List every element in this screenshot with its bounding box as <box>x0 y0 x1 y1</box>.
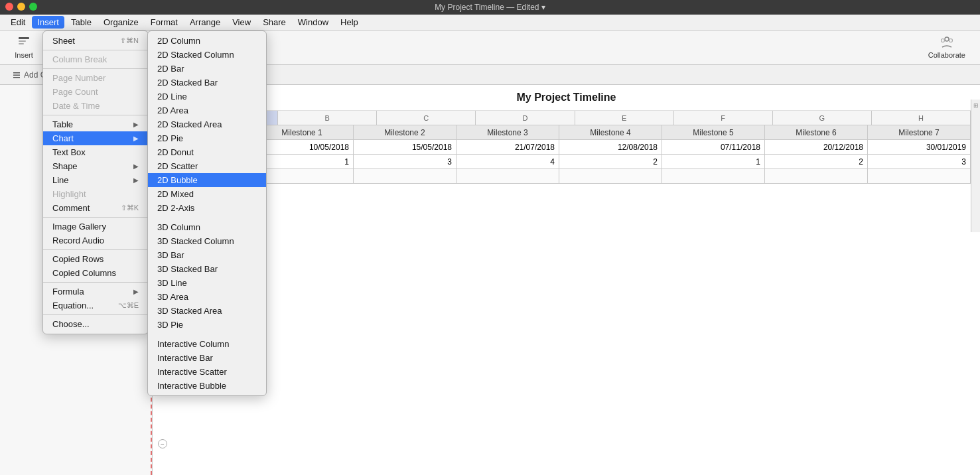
menu-edit[interactable]: Edit <box>5 16 31 29</box>
chart-item-3d-bar[interactable]: 3D Bar <box>148 248 266 262</box>
col-header-e[interactable]: E <box>575 111 674 125</box>
chart-item-2d-stacked-area[interactable]: 2D Stacked Area <box>148 117 266 131</box>
zoom-button[interactable] <box>29 3 37 11</box>
col-header-f[interactable]: F <box>674 111 773 125</box>
menu-table[interactable]: Table <box>66 16 97 29</box>
cell-4-3[interactable] <box>456 169 559 183</box>
menu-view[interactable]: View <box>227 16 256 29</box>
cell-2-3[interactable]: 21/07/2018 <box>456 140 559 154</box>
chart-item-3d-line[interactable]: 3D Line <box>148 276 266 290</box>
menu-insert[interactable]: Insert <box>32 16 64 29</box>
chart-item-2d-2axis[interactable]: 2D 2-Axis <box>148 201 266 215</box>
cell-3-4[interactable]: 2 <box>559 155 662 169</box>
menu-item-equation[interactable]: Equation... ⌥⌘E <box>43 299 148 312</box>
col-header-h[interactable]: H <box>872 111 971 125</box>
chart-item-interactive-bubble[interactable]: Interactive Bubble <box>148 379 266 393</box>
cell-2-4[interactable]: 12/08/2018 <box>559 140 662 154</box>
chart-item-interactive-bar[interactable]: Interactive Bar <box>148 351 266 365</box>
menu-item-record-audio[interactable]: Record Audio <box>43 234 148 247</box>
cell-4-7[interactable] <box>868 169 971 183</box>
row-expand-button[interactable]: − <box>158 439 167 449</box>
menu-arrange[interactable]: Arrange <box>184 16 226 29</box>
menu-item-copied-columns[interactable]: Copied Columns <box>43 266 148 280</box>
chart-item-2d-area[interactable]: 2D Area <box>148 103 266 117</box>
chart-item-2d-scatter[interactable]: 2D Scatter <box>148 159 266 173</box>
cell-1-3[interactable]: Milestone 3 <box>456 125 559 139</box>
cell-2-6[interactable]: 20/12/2018 <box>765 140 868 154</box>
svg-rect-20 <box>13 72 20 74</box>
menu-help[interactable]: Help <box>335 16 364 29</box>
minimize-button[interactable] <box>17 3 25 11</box>
menu-item-table[interactable]: Table ▶ <box>43 117 148 131</box>
cell-1-2[interactable]: Milestone 2 <box>354 125 456 139</box>
menu-format[interactable]: Format <box>145 16 183 29</box>
cell-1-5[interactable]: Milestone 5 <box>662 125 765 139</box>
menu-item-formula[interactable]: Formula ▶ <box>43 285 148 299</box>
cell-1-6[interactable]: Milestone 6 <box>765 125 868 139</box>
insert-button[interactable]: Insert <box>8 33 40 62</box>
chart-item-3d-stacked-area[interactable]: 3D Stacked Area <box>148 304 266 318</box>
cell-2-2[interactable]: 15/05/2018 <box>354 140 456 154</box>
minus-icon[interactable]: − <box>158 439 167 448</box>
chart-item-3d-area[interactable]: 3D Area <box>148 290 266 304</box>
chart-item-2d-donut[interactable]: 2D Donut <box>148 145 266 159</box>
cell-3-6[interactable]: 2 <box>765 155 868 169</box>
cell-4-2[interactable] <box>354 169 456 183</box>
menu-item-chart[interactable]: Chart ▶ <box>43 131 148 145</box>
menu-item-shape[interactable]: Shape ▶ <box>43 159 148 173</box>
chart-item-2d-line[interactable]: 2D Line <box>148 90 266 103</box>
menu-item-page-count: Page Count <box>43 85 148 99</box>
cell-2-5[interactable]: 07/11/2018 <box>662 140 765 154</box>
col-header-b[interactable]: B <box>278 111 377 125</box>
chart-item-3d-stacked-column[interactable]: 3D Stacked Column <box>148 234 266 248</box>
cell-4-4[interactable] <box>559 169 662 183</box>
menu-item-copied-rows[interactable]: Copied Rows <box>43 252 148 266</box>
menu-divider-3 <box>43 115 148 115</box>
cell-1-7[interactable]: Milestone 7 <box>868 125 971 139</box>
table-row: 3 Position 1 3 4 2 1 2 3 <box>153 155 980 169</box>
line-arrow: ▶ <box>133 176 139 184</box>
cell-4-5[interactable] <box>662 169 765 183</box>
cell-2-7[interactable]: 30/01/2019 <box>868 140 971 154</box>
menu-organize[interactable]: Organize <box>98 16 144 29</box>
menu-item-image-gallery[interactable]: Image Gallery <box>43 220 148 234</box>
chart-item-interactive-scatter[interactable]: Interactive Scatter <box>148 365 266 379</box>
cell-3-2[interactable]: 3 <box>354 155 456 169</box>
chart-item-2d-bar[interactable]: 2D Bar <box>148 62 266 76</box>
menu-share[interactable]: Share <box>257 16 291 29</box>
chart-item-3d-pie[interactable]: 3D Pie <box>148 318 266 332</box>
menu-item-sheet[interactable]: Sheet ⇧⌘N <box>43 34 148 48</box>
chart-item-2d-stacked-column[interactable]: 2D Stacked Column <box>148 48 266 62</box>
cell-3-7[interactable]: 3 <box>868 155 971 169</box>
chart-item-2d-stacked-bar[interactable]: 2D Stacked Bar <box>148 76 266 90</box>
chart-item-2d-bubble[interactable]: 2D Bubble <box>148 173 266 187</box>
chart-item-2d-column[interactable]: 2D Column <box>148 34 266 48</box>
menu-item-choose[interactable]: Choose... <box>43 317 148 331</box>
chart-item-2d-pie[interactable]: 2D Pie <box>148 131 266 145</box>
sheet-title-text: My Project Timeline <box>517 92 616 103</box>
cell-4-6[interactable] <box>765 169 868 183</box>
window-title: My Project Timeline — Edited ▾ <box>435 3 545 12</box>
menu-divider-2 <box>43 68 148 69</box>
table-row: 2 Date 10/05/2018 15/05/2018 21/07/2018 … <box>153 140 980 155</box>
collaborate-button[interactable]: Collaborate <box>922 33 972 62</box>
col-header-d[interactable]: D <box>476 111 575 125</box>
col-header-c[interactable]: C <box>377 111 476 125</box>
collaborate-icon <box>940 36 954 50</box>
cell-3-5[interactable]: 1 <box>662 155 765 169</box>
menu-divider-6 <box>43 282 148 283</box>
menu-item-line[interactable]: Line ▶ <box>43 173 148 187</box>
col-header-g[interactable]: G <box>773 111 872 125</box>
chart-item-2d-mixed[interactable]: 2D Mixed <box>148 187 266 201</box>
menu-item-text-box[interactable]: Text Box <box>43 145 148 159</box>
menu-divider-4 <box>43 217 148 218</box>
chart-item-interactive-column[interactable]: Interactive Column <box>148 337 266 351</box>
formula-arrow: ▶ <box>133 288 139 295</box>
chart-item-3d-stacked-bar[interactable]: 3D Stacked Bar <box>148 262 266 276</box>
chart-item-3d-column[interactable]: 3D Column <box>148 220 266 234</box>
cell-1-4[interactable]: Milestone 4 <box>559 125 662 139</box>
cell-3-3[interactable]: 4 <box>456 155 559 169</box>
close-button[interactable] <box>5 3 13 11</box>
menu-item-comment[interactable]: Comment ⇧⌘K <box>43 201 148 215</box>
menu-window[interactable]: Window <box>293 16 334 29</box>
